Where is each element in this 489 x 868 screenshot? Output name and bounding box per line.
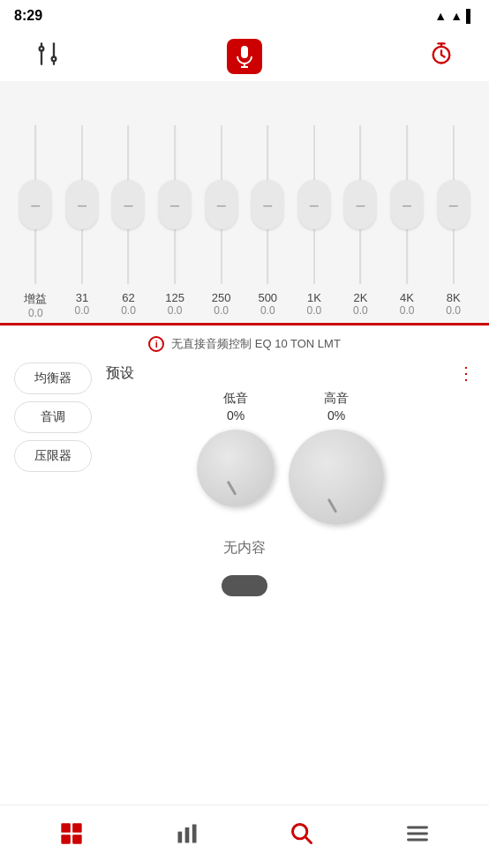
signal-icon: ▲ xyxy=(450,9,463,23)
svg-rect-13 xyxy=(72,823,82,833)
bass-knob[interactable] xyxy=(197,430,275,507)
eq-band-500[interactable]: – xyxy=(248,125,287,284)
bass-value: 0% xyxy=(227,408,244,423)
pill-toggle[interactable] xyxy=(0,572,489,603)
eq-labels: 增益 0.0 31 0.0 62 0.0 125 0.0 250 0.0 500… xyxy=(9,284,480,323)
eq-label-250: 250 0.0 xyxy=(202,291,241,319)
treble-knob-notch xyxy=(327,498,338,513)
bass-label: 低音 xyxy=(223,391,248,407)
timer-icon[interactable] xyxy=(429,41,454,72)
battery-icon: ▌ xyxy=(466,9,475,23)
svg-rect-6 xyxy=(241,46,248,58)
svg-rect-17 xyxy=(184,827,189,843)
treble-knob[interactable] xyxy=(289,430,384,525)
eq-label-4k: 4K 0.0 xyxy=(387,291,426,319)
equalizer-button[interactable]: 均衡器 xyxy=(14,363,92,394)
svg-rect-12 xyxy=(62,823,71,833)
eq-band-8k[interactable]: – xyxy=(434,125,473,284)
eq-band-2k[interactable]: – xyxy=(341,125,380,284)
app-logo[interactable] xyxy=(227,39,262,74)
svg-line-20 xyxy=(305,837,311,842)
controls-section: 均衡器 音调 压限器 预设 ⋮ 低音 0% 高 xyxy=(0,363,489,525)
eq-band-1k[interactable]: – xyxy=(295,125,334,284)
info-icon: i xyxy=(148,336,164,352)
status-time: 8:29 xyxy=(14,8,42,24)
settings-icon[interactable] xyxy=(35,41,60,72)
preset-header: 预设 ⋮ xyxy=(106,363,475,384)
treble-label: 高音 xyxy=(324,391,349,407)
eq-label-8k: 8K 0.0 xyxy=(434,291,473,319)
more-options-icon[interactable]: ⋮ xyxy=(457,363,475,384)
eq-sliders: – – – – – – – – – – xyxy=(9,90,480,284)
no-content-text: 无内容 xyxy=(223,540,266,555)
info-text: 无直接音频控制 EQ 10 TON LMT xyxy=(171,336,341,352)
nav-search[interactable] xyxy=(275,814,328,859)
compressor-button[interactable]: 压限器 xyxy=(14,440,92,472)
nav-chart[interactable] xyxy=(161,814,214,859)
knobs-row: 低音 0% 高音 0% xyxy=(197,391,384,525)
eq-label-gain: 增益 0.0 xyxy=(16,291,55,319)
nav-grid[interactable] xyxy=(45,814,98,859)
status-icons: ▲ ▲ ▌ xyxy=(434,9,475,23)
info-bar: i 无直接音频控制 EQ 10 TON LMT xyxy=(0,326,489,363)
top-nav xyxy=(0,32,489,81)
no-content: 无内容 xyxy=(0,525,489,572)
wifi-icon: ▲ xyxy=(434,9,447,23)
eq-label-125: 125 0.0 xyxy=(155,291,194,319)
eq-label-62: 62 0.0 xyxy=(109,291,147,319)
eq-band-31[interactable]: – xyxy=(63,125,102,284)
bar-chart-icon xyxy=(175,821,199,852)
side-buttons: 均衡器 音调 压限器 xyxy=(14,363,92,472)
search-icon xyxy=(290,821,314,852)
bass-knob-notch xyxy=(227,481,237,496)
bass-knob-group: 低音 0% xyxy=(197,391,275,507)
svg-rect-18 xyxy=(192,825,197,843)
nav-menu[interactable] xyxy=(391,814,444,859)
eq-label-500: 500 0.0 xyxy=(248,291,287,319)
svg-rect-14 xyxy=(62,834,71,844)
menu-icon xyxy=(405,821,430,852)
grid-icon xyxy=(59,821,84,852)
eq-band-gain[interactable]: – xyxy=(16,125,55,284)
eq-band-125[interactable]: – xyxy=(155,125,194,284)
preset-area: 预设 ⋮ 低音 0% 高音 0% xyxy=(106,363,475,525)
eq-label-31: 31 0.0 xyxy=(63,291,102,319)
eq-section: – – – – – – – – – – 增益 0 xyxy=(0,81,489,323)
eq-band-250[interactable]: – xyxy=(202,125,241,284)
treble-value: 0% xyxy=(327,408,345,423)
bottom-nav xyxy=(0,804,489,868)
eq-label-1k: 1K 0.0 xyxy=(295,291,334,319)
svg-rect-16 xyxy=(177,832,182,843)
tone-button[interactable]: 音调 xyxy=(14,401,92,433)
status-bar: 8:29 ▲ ▲ ▌ xyxy=(0,0,489,32)
toggle-pill[interactable] xyxy=(222,575,267,596)
svg-rect-15 xyxy=(72,834,82,844)
treble-knob-group: 高音 0% xyxy=(289,391,384,525)
preset-label: 预设 xyxy=(106,364,134,383)
eq-band-62[interactable]: – xyxy=(109,125,147,284)
eq-band-4k[interactable]: – xyxy=(387,125,426,284)
eq-label-2k: 2K 0.0 xyxy=(341,291,380,319)
